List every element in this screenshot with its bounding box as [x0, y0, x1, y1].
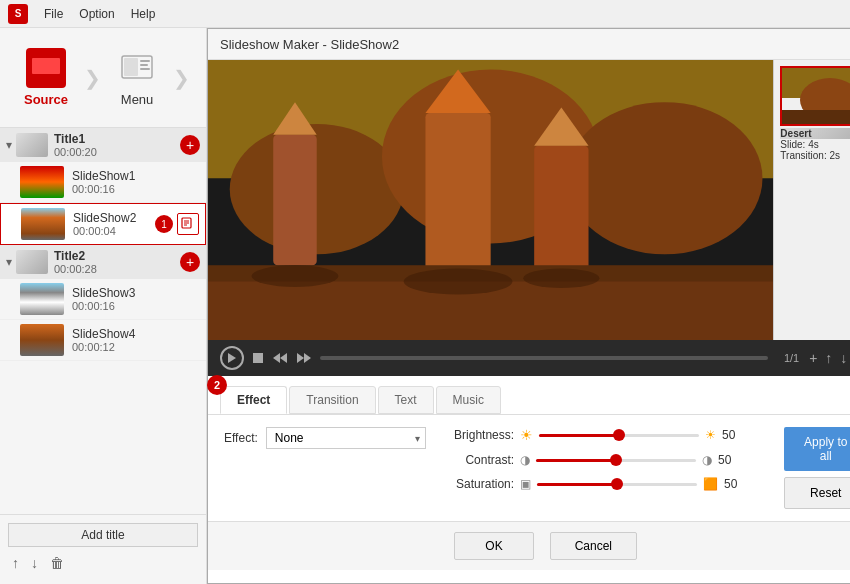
tab-music[interactable]: Music [436, 386, 501, 414]
svg-rect-20 [273, 135, 316, 265]
desert-preview [208, 60, 773, 340]
play-btn[interactable] [220, 346, 244, 370]
contrast-track[interactable] [536, 459, 696, 462]
apply-all-btn[interactable]: Apply to all [784, 427, 850, 471]
saturation-fill [537, 483, 617, 486]
dialog-body: Desert Slide: 4s Transition: 2s [208, 60, 850, 583]
tab-effect[interactable]: Effect [220, 386, 287, 414]
slideshow2-edit-btn[interactable] [177, 213, 199, 235]
svg-point-19 [567, 102, 763, 254]
svg-rect-22 [425, 113, 490, 287]
thumbnail-desert-preview [782, 68, 850, 126]
group2-title: Title2 [54, 249, 180, 263]
brightness-track[interactable] [539, 434, 699, 437]
page-indicator: 1/1 [784, 352, 799, 364]
brightness-thumb[interactable] [613, 429, 625, 441]
next-frame-icon [296, 351, 312, 365]
slideshow2-badge: 1 [155, 215, 173, 233]
slideshow4-duration: 00:00:12 [72, 341, 200, 353]
brightness-fill [539, 434, 619, 437]
saturation-icon-right: 🟧 [703, 477, 718, 491]
contrast-icon-right: ◑ [702, 453, 712, 467]
svg-rect-33 [782, 110, 850, 126]
effect-select[interactable]: None Black & White Sepia Blur Sharpen [266, 427, 426, 449]
group2-thumb [16, 250, 48, 274]
slideshow2-title: SlideShow2 [73, 211, 155, 225]
cancel-btn[interactable]: Cancel [550, 532, 637, 560]
contrast-fill [536, 459, 616, 462]
contrast-value: 50 [718, 453, 748, 467]
svg-marker-36 [273, 353, 280, 363]
tab-text[interactable]: Text [378, 386, 434, 414]
group1-info: Title1 00:00:20 [54, 132, 180, 158]
tab-transition[interactable]: Transition [289, 386, 375, 414]
edit-icon [181, 217, 195, 231]
svg-rect-3 [38, 80, 54, 82]
add-slide-btn[interactable]: + [807, 348, 819, 368]
menu-bar: S File Option Help [0, 0, 850, 28]
group1-add-btn[interactable]: + [180, 135, 200, 155]
list-item-slideshow2[interactable]: SlideShow2 00:00:04 1 [0, 203, 206, 245]
menu-file[interactable]: File [44, 7, 63, 21]
thumbnail-transition-label: Transition: 2s [780, 150, 850, 161]
group2-add-btn[interactable]: + [180, 252, 200, 272]
svg-marker-34 [228, 353, 236, 363]
group2-info: Title2 00:00:28 [54, 249, 180, 275]
reset-btn[interactable]: Reset [784, 477, 850, 509]
source-icon [28, 50, 64, 86]
saturation-row: Saturation: ▣ 🟧 50 [444, 477, 754, 491]
slideshow1-info: SlideShow1 00:00:16 [72, 169, 200, 195]
add-title-button[interactable]: Add title [8, 523, 198, 547]
main-layout: Source ❯ Menu ❯ [0, 28, 850, 584]
saturation-thumb[interactable] [611, 478, 623, 490]
svg-rect-1 [32, 58, 60, 74]
effect-left: Effect: None Black & White Sepia Blur Sh… [224, 427, 424, 509]
move-down-slide-btn[interactable]: ↓ [838, 348, 849, 368]
saturation-value: 50 [724, 477, 754, 491]
slideshow1-thumb [20, 166, 64, 198]
stop-btn[interactable] [252, 352, 264, 364]
group1-thumb [16, 133, 48, 157]
contrast-thumb[interactable] [610, 454, 622, 466]
contrast-icon-left: ◑ [520, 453, 530, 467]
menu-option[interactable]: Option [79, 7, 114, 21]
slideshow3-title: SlideShow3 [72, 286, 200, 300]
slideshow4-info: SlideShow4 00:00:12 [72, 327, 200, 353]
move-up-slide-btn[interactable]: ↑ [823, 348, 834, 368]
prev-frame-btn[interactable] [272, 351, 288, 365]
slideshow3-duration: 00:00:16 [72, 300, 200, 312]
list-item-slideshow4[interactable]: SlideShow4 00:00:12 [0, 320, 206, 361]
list-item-slideshow3[interactable]: SlideShow3 00:00:16 [0, 279, 206, 320]
thumbnail-item-desert[interactable]: Desert Slide: 4s Transition: 2s [780, 66, 850, 161]
next-frame-btn[interactable] [296, 351, 312, 365]
brightness-sun-icon: ☀ [520, 427, 533, 443]
expand-icon-1: ▾ [6, 138, 12, 152]
svg-marker-37 [280, 353, 287, 363]
slideshow2-info: SlideShow2 00:00:04 [73, 211, 155, 237]
list-item-slideshow1[interactable]: SlideShow1 00:00:16 [0, 162, 206, 203]
sidebar-source-btn[interactable]: Source [8, 40, 84, 115]
group-title1[interactable]: ▾ Title1 00:00:20 + [0, 128, 206, 162]
svg-marker-39 [304, 353, 311, 363]
move-down-btn[interactable]: ↓ [27, 553, 42, 573]
brightness-row: Brightness: ☀ ☀ 50 [444, 427, 754, 443]
saturation-icon-left: ▣ [520, 477, 531, 491]
menu-help[interactable]: Help [131, 7, 156, 21]
sidebar-menu-btn[interactable]: Menu [101, 40, 173, 115]
sidebar-toolbar: Source ❯ Menu ❯ [0, 28, 206, 128]
saturation-track[interactable] [537, 483, 697, 486]
ok-btn[interactable]: OK [454, 532, 533, 560]
slideshow2-duration: 00:00:04 [73, 225, 155, 237]
group-title2[interactable]: ▾ Title2 00:00:28 + [0, 245, 206, 279]
group2-duration: 00:00:28 [54, 263, 180, 275]
source-label: Source [24, 92, 68, 107]
delete-btn[interactable]: 🗑 [46, 553, 68, 573]
toolbar-divider: ❯ [84, 66, 101, 90]
playback-progress[interactable] [320, 356, 768, 360]
playback-controls: 1/1 + ↑ ↓ 🗑 [208, 340, 850, 376]
slideshow2-thumb [21, 208, 65, 240]
saturation-label: Saturation: [444, 477, 514, 491]
move-up-btn[interactable]: ↑ [8, 553, 23, 573]
brightness-label: Brightness: [444, 428, 514, 442]
dialog-title-text: Slideshow Maker - SlideShow2 [220, 37, 399, 52]
